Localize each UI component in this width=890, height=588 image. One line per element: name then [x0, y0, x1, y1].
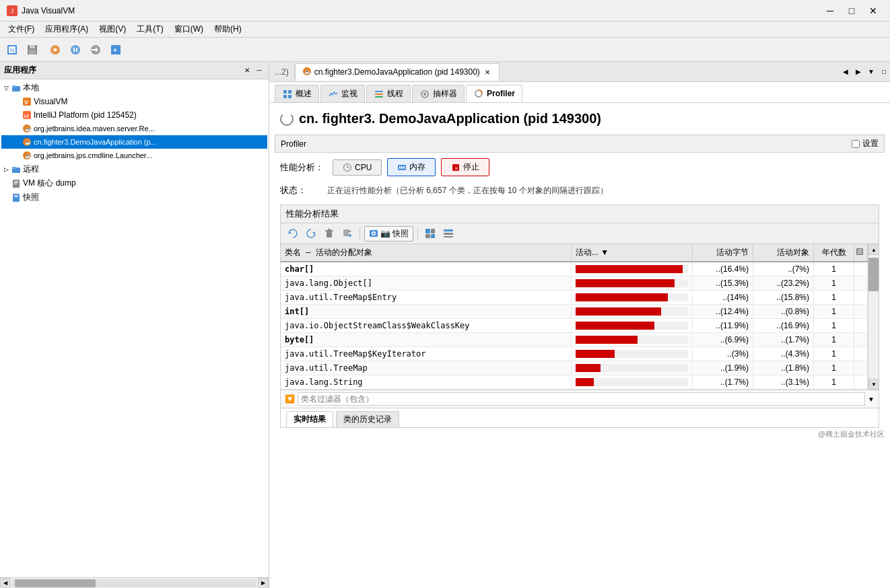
table-row: byte[]..(6.9%)..(1.7%)1 — [281, 333, 868, 347]
menu-app[interactable]: 应用程序(A) — [40, 22, 94, 36]
sidebar-close-btn[interactable]: ✕ — [242, 65, 252, 76]
h-scrollbar-track[interactable] — [12, 579, 256, 587]
table-scroll-area[interactable]: 类名 – 活动的分配对象 活动... ▼ — [281, 244, 868, 390]
export-btn[interactable] — [339, 225, 355, 242]
stop-button[interactable]: ✕ 停止 — [441, 158, 489, 176]
h-scrollbar-thumb[interactable] — [15, 579, 96, 587]
cell-extra — [854, 262, 868, 277]
toolbar-btn-3[interactable] — [46, 40, 65, 59]
tree-item-fighter[interactable]: ☕ cn.fighter3.DemoJavaApplication (p... — [1, 135, 267, 149]
sidebar-header: 应用程序 ✕ ─ — [0, 62, 269, 79]
cell-active — [572, 291, 693, 305]
tab-fighter[interactable]: ☕ cn.fighter3.DemoJavaApplication (pid 1… — [295, 63, 500, 81]
expand-visualvm — [12, 97, 22, 106]
toolbar-btn-5[interactable] — [86, 40, 105, 59]
profiler-section: Profiler 设置 性能分析： CPU — [269, 135, 890, 428]
menu-file[interactable]: 文件(F) — [3, 22, 40, 36]
tab-overview[interactable]: 概述 — [275, 85, 319, 102]
app-icon-intellij: IJ — [22, 110, 32, 120]
col-header-objects[interactable]: 活动对象 — [753, 244, 814, 262]
svg-rect-54 — [401, 166, 403, 169]
expand-maven — [12, 124, 22, 133]
col-header-name[interactable]: 类名 – 活动的分配对象 — [281, 244, 572, 262]
tab-nav-dropdown[interactable]: ▼ — [865, 66, 877, 78]
tab-threads[interactable]: 线程 — [366, 85, 411, 102]
menu-window[interactable]: 窗口(W) — [169, 22, 209, 36]
filter-expand-icon[interactable]: ▼ — [868, 396, 875, 403]
app-icon-maven: ☕ — [22, 123, 32, 134]
view-btn-1[interactable] — [422, 225, 438, 242]
snapshot-icon — [11, 192, 22, 203]
tree-item-remote[interactable]: ▷ 远程 — [1, 162, 267, 176]
profiler-header: Profiler 设置 — [275, 135, 885, 153]
toolbar-btn-1[interactable]: N — [3, 40, 22, 59]
tree-item-visualvm[interactable]: V VisualVM — [1, 95, 267, 108]
tree-item-local[interactable]: ▽ 本地 — [1, 81, 267, 95]
cell-name: char[] — [281, 262, 572, 277]
vertical-scrollbar[interactable]: ▲ ▼ — [868, 244, 879, 390]
expand-local[interactable]: ▽ — [1, 83, 11, 93]
restore-button[interactable]: □ — [842, 3, 862, 18]
toolbar-btn-2[interactable] — [23, 40, 42, 59]
menu-help[interactable]: 帮助(H) — [209, 22, 247, 36]
col-header-gen[interactable]: 年代数 — [814, 244, 854, 262]
col-header-active[interactable]: 活动... ▼ — [572, 244, 693, 262]
svg-rect-39 — [283, 90, 287, 94]
col-header-settings[interactable] — [854, 244, 868, 262]
memory-button[interactable]: 内存 — [387, 158, 436, 176]
svg-rect-73 — [431, 234, 435, 238]
sidebar-minimize-btn[interactable]: ─ — [254, 65, 265, 76]
window-title: Java VisualVM — [22, 6, 820, 15]
tree-item-snapshot[interactable]: 快照 — [1, 190, 267, 205]
prev-tab-indicator[interactable]: ...2) — [269, 65, 295, 79]
svg-point-69 — [373, 233, 375, 235]
cpu-button[interactable]: CPU — [333, 159, 382, 176]
toolbar-btn-4[interactable] — [66, 40, 85, 59]
scroll-thumb[interactable] — [868, 258, 879, 291]
scroll-right-btn[interactable]: ▶ — [258, 578, 269, 589]
tree-item-intellij[interactable]: IJ IntelliJ Platform (pid 125452) — [1, 108, 267, 122]
tab-close-btn[interactable]: ✕ — [483, 67, 492, 77]
results-label: 性能分析结果 — [286, 209, 339, 219]
view-btn-2[interactable] — [440, 225, 456, 242]
snapshot-btn[interactable]: 📷 快照 — [364, 226, 413, 242]
tab-nav-expand[interactable]: □ — [878, 66, 890, 78]
menu-tools[interactable]: 工具(T) — [131, 22, 168, 36]
svg-text:+: + — [113, 46, 117, 54]
svg-rect-43 — [375, 91, 383, 92]
tree-item-vmdump[interactable]: VM 核心 dump — [1, 176, 267, 190]
scroll-track[interactable] — [868, 255, 879, 379]
expand-remote[interactable]: ▷ — [1, 165, 11, 174]
tab-nav-next[interactable]: ▶ — [852, 66, 864, 78]
tab-sampler[interactable]: 抽样器 — [412, 85, 465, 102]
cell-objects: ..(3.1%) — [753, 375, 814, 390]
svg-rect-42 — [288, 95, 292, 98]
menu-view[interactable]: 视图(V) — [94, 22, 131, 36]
scroll-up-btn[interactable]: ▲ — [868, 244, 879, 255]
col-header-bytes[interactable]: 活动字节 — [693, 244, 753, 262]
sidebar-scrollbar[interactable]: ◀ ▶ — [0, 577, 269, 588]
window-controls: ─ □ ✕ — [820, 3, 883, 18]
cell-extra — [854, 361, 868, 375]
svg-rect-79 — [858, 252, 862, 252]
tab-monitor[interactable]: 监视 — [320, 85, 365, 102]
bottom-tab-history[interactable]: 类的历史记录 — [336, 411, 399, 427]
tab-profiler[interactable]: Profiler — [466, 85, 522, 102]
minimize-button[interactable]: ─ — [820, 3, 840, 18]
tree-item-maven[interactable]: ☕ org.jetbrains.idea.maven.server.Re... — [1, 122, 267, 135]
tab-nav-prev[interactable]: ◀ — [840, 66, 852, 78]
scroll-left-btn[interactable]: ◀ — [0, 578, 11, 589]
toolbar-btn-6[interactable]: + — [106, 40, 125, 59]
close-button[interactable]: ✕ — [863, 3, 883, 18]
scroll-down-btn[interactable]: ▼ — [868, 379, 879, 390]
reset-btn[interactable] — [303, 225, 319, 242]
filter-input[interactable] — [298, 392, 865, 406]
app-icon: J — [7, 5, 18, 16]
tree-item-cmdline[interactable]: ☕ org.jetbrains.jps.cmdline.Launcher... — [1, 149, 267, 162]
settings-check[interactable] — [852, 140, 860, 148]
tree-label-local: 本地 — [23, 82, 39, 94]
table-row: java.util.TreeMap..(1.9%)..(1.8%)1 — [281, 361, 868, 375]
refresh-btn[interactable] — [285, 225, 301, 242]
delete-btn[interactable] — [321, 225, 337, 242]
bottom-tab-realtime[interactable]: 实时结果 — [286, 411, 333, 427]
